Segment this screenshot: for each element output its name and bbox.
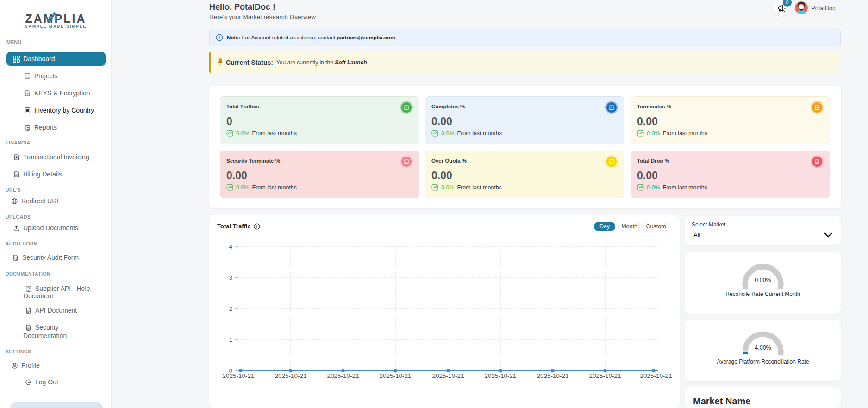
svg-text:2025-10-21: 2025-10-21 — [589, 372, 621, 379]
svg-text:2: 2 — [229, 305, 232, 312]
svg-text:2025-10-21: 2025-10-21 — [327, 372, 359, 379]
svg-text:2025-10-21: 2025-10-21 — [222, 372, 254, 379]
svg-text:2025-10-21: 2025-10-21 — [537, 372, 568, 379]
svg-text:2025-10-21: 2025-10-21 — [640, 372, 672, 379]
svg-text:3: 3 — [229, 274, 232, 281]
svg-text:2025-10-21: 2025-10-21 — [379, 372, 411, 379]
svg-text:2025-10-21: 2025-10-21 — [432, 372, 464, 379]
svg-text:2025-10-21: 2025-10-21 — [484, 372, 516, 379]
svg-text:2025-10-21: 2025-10-21 — [275, 372, 306, 379]
svg-text:1: 1 — [229, 336, 232, 343]
svg-text:4: 4 — [229, 243, 232, 250]
